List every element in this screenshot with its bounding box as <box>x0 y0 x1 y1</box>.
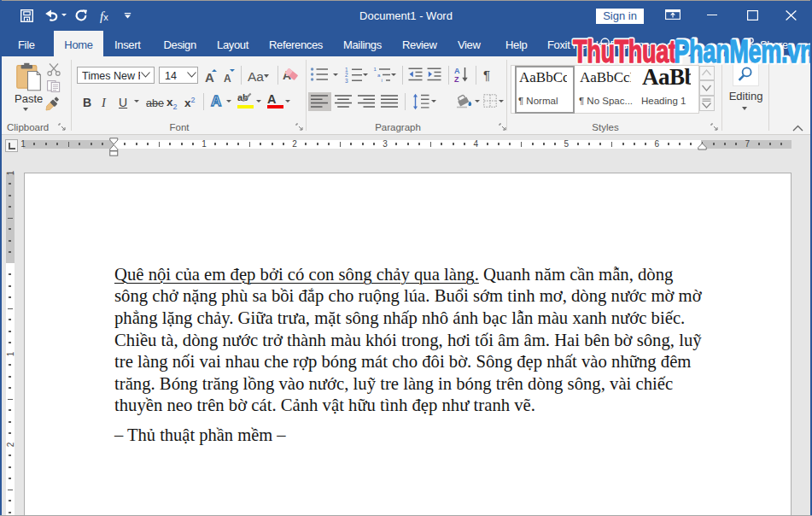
svg-text:PhanMem.vn: PhanMem.vn <box>674 33 812 69</box>
svg-text:1: 1 <box>374 67 377 72</box>
svg-text:Z: Z <box>454 75 459 84</box>
svg-text:ThuThuat: ThuThuat <box>573 33 676 69</box>
svg-text:A: A <box>454 67 460 75</box>
svg-text:a: a <box>377 73 381 78</box>
svg-text:i: i <box>382 78 383 83</box>
svg-text:3: 3 <box>345 78 348 84</box>
